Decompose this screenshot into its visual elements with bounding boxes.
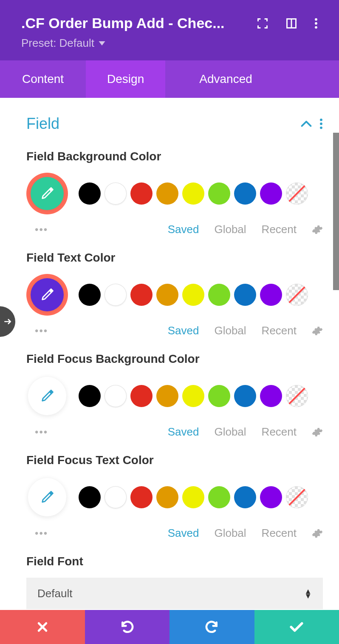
font-field-group: Field Font Default ▲▼ [26,555,323,609]
swatch-transparent[interactable] [286,385,308,407]
gear-icon[interactable] [312,427,323,438]
preset-label: Preset: Default [21,37,94,50]
swatch-color[interactable] [208,284,230,306]
recent-tab[interactable]: Recent [262,425,297,439]
recent-tab[interactable]: Recent [262,324,297,337]
swatch-color[interactable] [234,385,256,407]
swatch-transparent[interactable] [286,284,308,306]
recent-tab[interactable]: Recent [262,527,297,540]
scrollbar[interactable] [333,133,339,290]
color-field-group: Field Focus Text Color ••• Saved Global … [26,453,323,540]
saved-tab[interactable]: Saved [168,324,199,337]
font-select-value: Default [37,587,72,600]
saved-tab[interactable]: Saved [168,223,199,236]
swatch-color[interactable] [208,385,230,407]
footer-bar [0,610,339,644]
swatch-color[interactable] [182,284,204,306]
cancel-button[interactable] [0,610,85,644]
swatch-color[interactable] [105,182,127,205]
field-label: Field Background Color [26,150,323,163]
svg-point-2 [315,18,317,20]
swatch-color[interactable] [156,385,178,407]
swatch-color[interactable] [79,385,101,407]
global-tab[interactable]: Global [214,223,246,236]
gear-icon[interactable] [312,528,323,539]
swatch-color[interactable] [182,385,204,407]
collapse-icon[interactable] [301,120,312,127]
field-label: Field Text Color [26,251,323,265]
global-tab[interactable]: Global [214,527,246,540]
more-options-icon[interactable]: ••• [35,426,48,438]
tab-content[interactable]: Content [0,60,86,98]
panel-title: .CF Order Bump Add - Chec... [21,15,248,31]
swatch-color[interactable] [105,385,127,407]
swatch-color[interactable] [182,182,204,205]
recent-tab[interactable]: Recent [262,223,297,236]
swatch-color[interactable] [105,284,127,306]
swatch-color[interactable] [156,486,178,508]
expand-icon[interactable] [257,17,268,29]
content-area: Field Field Background Color ••• [0,98,339,609]
swatch-color[interactable] [260,486,282,508]
tab-advanced[interactable]: Advanced [165,60,274,98]
svg-point-5 [320,119,322,121]
svg-point-7 [320,126,322,129]
redo-button[interactable] [170,610,254,644]
swatch-color[interactable] [234,182,256,205]
swatch-color[interactable] [130,385,153,407]
columns-icon[interactable] [285,17,297,29]
more-options-icon[interactable]: ••• [35,224,48,236]
tab-bar: Content Design Advanced [0,60,339,98]
swatch-color[interactable] [260,182,282,205]
color-field-group: Field Focus Background Color ••• Saved G… [26,352,323,439]
global-tab[interactable]: Global [214,324,246,337]
swatch-color[interactable] [130,284,153,306]
preset-selector[interactable]: Preset: Default [21,37,318,50]
swatch-color[interactable] [79,284,101,306]
select-arrows-icon: ▲▼ [304,589,312,598]
color-picker-button[interactable] [26,173,68,214]
svg-point-3 [315,22,317,25]
saved-tab[interactable]: Saved [168,425,199,439]
swatch-color[interactable] [208,182,230,205]
swatch-color[interactable] [234,486,256,508]
swatch-color[interactable] [156,284,178,306]
caret-down-icon [99,41,105,46]
undo-button[interactable] [85,610,170,644]
swatch-color[interactable] [105,486,127,508]
save-button[interactable] [254,610,339,644]
color-field-group: Field Background Color ••• Saved Global … [26,150,323,236]
color-picker-button[interactable] [26,476,68,518]
color-picker-button[interactable] [26,274,68,316]
saved-tab[interactable]: Saved [168,527,199,540]
font-select[interactable]: Default ▲▼ [26,578,323,609]
color-field-group: Field Text Color ••• Saved Global Recent [26,251,323,337]
swatch-color[interactable] [260,385,282,407]
swatch-color[interactable] [79,182,101,205]
section-menu-icon[interactable] [319,118,323,130]
swatch-color[interactable] [260,284,282,306]
section-title[interactable]: Field [26,115,59,133]
font-field-label: Field Font [26,555,323,568]
gear-icon[interactable] [312,224,323,235]
more-options-icon[interactable]: ••• [35,527,48,539]
panel-header: .CF Order Bump Add - Chec... Preset: Def… [0,0,339,60]
more-options-icon[interactable]: ••• [35,325,48,337]
svg-point-6 [320,123,322,125]
tab-design[interactable]: Design [86,60,165,98]
global-tab[interactable]: Global [214,425,246,439]
more-menu-icon[interactable] [314,17,318,29]
swatch-color[interactable] [182,486,204,508]
swatch-color[interactable] [130,182,153,205]
field-label: Field Focus Background Color [26,352,323,366]
swatch-transparent[interactable] [286,486,308,508]
color-picker-button[interactable] [26,375,68,417]
swatch-transparent[interactable] [286,182,308,205]
swatch-color[interactable] [79,486,101,508]
gear-icon[interactable] [312,325,323,336]
swatch-color[interactable] [208,486,230,508]
swatch-color[interactable] [234,284,256,306]
swatch-color[interactable] [130,486,153,508]
swatch-color[interactable] [156,182,178,205]
svg-point-4 [315,26,317,28]
